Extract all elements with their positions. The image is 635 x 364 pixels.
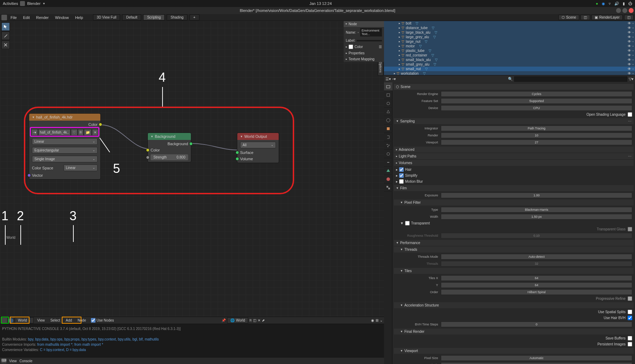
pixel-size-dropdown[interactable]: Automatic — [441, 355, 632, 361]
outliner-row[interactable]: ▸ ▽ large_black_alu ▽ 👁 ▫ — [384, 30, 635, 35]
simplify-checkbox[interactable] — [399, 173, 404, 178]
options-icon[interactable]: ☰ — [379, 45, 382, 49]
outliner-row[interactable]: ▸ ▽ large_nut ▽ 👁 ▫ — [384, 39, 635, 44]
expand-icon[interactable]: ▸ — [399, 22, 400, 25]
battery-icon[interactable]: ▮ — [623, 1, 625, 6]
copy-world-icon[interactable]: ◫ — [253, 318, 256, 322]
expand-icon[interactable]: ▸ — [399, 40, 400, 43]
section-performance[interactable]: ▼Performance — [394, 240, 634, 246]
visibility-icon[interactable]: 👁 — [628, 44, 631, 48]
unlink-world-icon[interactable]: ✕ — [258, 318, 260, 322]
render-icon[interactable]: ▫ — [632, 67, 634, 71]
render-icon[interactable]: ▫ — [632, 58, 634, 62]
feature-set-dropdown[interactable]: Supported — [441, 98, 632, 104]
parent-icon[interactable]: ⬈ — [262, 318, 265, 322]
section-tiles[interactable]: ▼Tiles — [394, 268, 634, 274]
threads-mode-dropdown[interactable]: Auto-detect — [441, 254, 632, 259]
power-icon[interactable]: ⏻ — [628, 1, 632, 6]
target-dropdown[interactable]: All⌄ — [240, 142, 276, 148]
section-final-render[interactable]: ▼Final Render — [394, 329, 634, 335]
outliner[interactable]: ▸ ▽ bolt ▽ 👁 ▫ ▸ ▽ distance_tube ▽ 👁 ▫ ▸… — [384, 21, 635, 75]
visibility-icon[interactable]: 👁 — [628, 58, 631, 62]
breadcrumb[interactable]: ⬡Scene — [394, 84, 634, 90]
outliner-type-icon[interactable]: ☰▾ — [385, 77, 391, 81]
tab-physics[interactable] — [384, 150, 392, 158]
roughness-field[interactable]: 0.10 — [441, 233, 632, 238]
expand-icon[interactable]: ▸ — [399, 35, 400, 39]
expand-icon[interactable]: ▸ — [399, 45, 400, 48]
trans-glass-checkbox[interactable] — [628, 227, 632, 231]
pivot-icon[interactable]: ⌄ — [380, 318, 383, 322]
node-editor[interactable]: World ▸Node Name:▫Environment Text... La… — [0, 21, 384, 317]
device-dropdown[interactable]: CPU — [441, 105, 632, 111]
outliner-search-input[interactable] — [514, 76, 627, 82]
os-time[interactable]: Jan 13 12:24 — [309, 1, 332, 6]
viewport-samples-field[interactable]: 27 — [441, 140, 632, 145]
render-samples-field[interactable]: 10 — [441, 133, 632, 138]
render-icon[interactable]: ▫ — [632, 40, 634, 43]
render-icon[interactable]: ▫ — [632, 44, 634, 48]
image-type-dropdown[interactable]: Single Image⌄ — [32, 156, 98, 162]
render-icon[interactable]: ▫ — [632, 53, 634, 57]
socket-color-out[interactable] — [99, 123, 102, 126]
hair-checkbox[interactable] — [399, 167, 404, 172]
prog-refine-checkbox[interactable] — [628, 296, 632, 301]
tab-output[interactable] — [384, 91, 392, 99]
hair-bvh-checkbox[interactable] — [628, 316, 632, 320]
socket-volume-in[interactable] — [236, 157, 239, 161]
snap-icon[interactable]: ⊞ — [376, 318, 378, 322]
expand-icon[interactable]: ▸ — [399, 58, 400, 61]
tab-shading[interactable]: Shading — [167, 14, 187, 20]
socket-surface-in[interactable] — [236, 151, 239, 154]
projection-dropdown[interactable]: Equirectangular⌄ — [32, 147, 98, 154]
tiles-y-field[interactable]: 64 — [441, 282, 632, 288]
network-icon[interactable]: ▿ — [609, 1, 611, 6]
activities-label[interactable]: Activities — [3, 1, 18, 6]
render-icon[interactable]: ▫ — [632, 62, 634, 66]
section-film[interactable]: ▼Film — [394, 185, 634, 191]
section-accel[interactable]: ▼Acceleration Structure — [394, 302, 634, 308]
interpolation-dropdown[interactable]: Linear⌄ — [32, 138, 98, 145]
section-pixel-filter[interactable]: ▼Pixel Filter — [394, 200, 634, 205]
bvh-steps-field[interactable]: 0 — [441, 322, 632, 327]
render-icon[interactable]: ▫ — [632, 35, 634, 39]
collapse-icon[interactable]: ▼ — [151, 135, 153, 138]
expand-icon[interactable]: ▸ — [399, 49, 400, 52]
display-mode-icon[interactable]: ▫▾ — [392, 77, 396, 81]
outliner-row[interactable]: ▸ ▽ distance_tube ▽ 👁 ▫ — [384, 26, 635, 30]
menu-edit[interactable]: Edit — [20, 15, 33, 20]
visibility-icon[interactable]: 👁 — [628, 26, 631, 30]
ne-view[interactable]: View — [35, 318, 47, 323]
node-environment-texture[interactable]: ▼ hall_of_finfish_4k.hdr Color ▫▾ hall_o… — [29, 113, 101, 180]
close-button[interactable] — [629, 8, 634, 13]
osl-checkbox[interactable] — [628, 112, 632, 117]
filter-type-dropdown[interactable]: Blackman-Harris — [441, 207, 632, 213]
render-icon[interactable]: ▫ — [632, 72, 634, 75]
spatial-splits-checkbox[interactable] — [628, 310, 632, 314]
expand-icon[interactable]: ▸ — [399, 31, 400, 34]
tab-texture[interactable] — [384, 183, 392, 192]
order-dropdown[interactable]: Hilbert Spiral — [441, 289, 632, 295]
tab-scene[interactable] — [384, 108, 392, 116]
chat-icon[interactable]: ◉ — [602, 1, 605, 6]
node-world-output[interactable]: ▼ World Output All⌄ Surface Volume — [237, 133, 279, 163]
options-icon[interactable]: ⋯ — [628, 119, 631, 123]
select-tool[interactable] — [1, 22, 10, 31]
maximize-button[interactable] — [622, 8, 627, 13]
tiles-x-field[interactable]: 64 — [441, 275, 632, 281]
world-datablock[interactable]: 🌐 World — [227, 317, 248, 323]
section-volumes[interactable]: ▸Volumes — [394, 160, 634, 166]
node-header[interactable]: ▼ World Output — [237, 133, 279, 140]
node-label-field[interactable] — [357, 40, 382, 41]
tab-render[interactable] — [384, 82, 392, 91]
outliner-row[interactable]: ▸ ▽ motor ▽ 👁 ▫ — [384, 44, 635, 48]
python-console[interactable]: PYTHON INTERACTIVE CONSOLE 3.7.4 (defaul… — [0, 324, 384, 364]
node-header[interactable]: ▼ Background — [148, 133, 191, 140]
expand-icon[interactable]: ▸ — [399, 63, 400, 66]
layer-selector[interactable]: ▣ RenderLayer — [591, 15, 623, 20]
node-header[interactable]: ▼ hall_of_finfish_4k.hdr — [29, 114, 100, 121]
overlay-icon[interactable]: ◉ — [371, 318, 374, 322]
node-name-field[interactable]: Environment Text... — [360, 28, 382, 36]
tab-particles[interactable] — [384, 141, 392, 150]
outliner-row[interactable]: ▸ ▽ plastic_tube ▽ 👁 ▫ — [384, 48, 635, 53]
